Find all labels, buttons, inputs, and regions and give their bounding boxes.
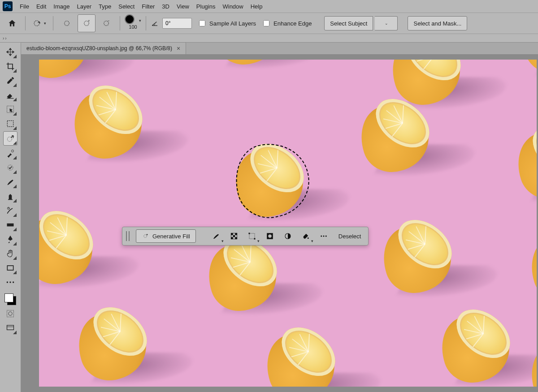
svg-point-17	[13, 281, 14, 283]
menu-3d[interactable]: 3D	[158, 1, 173, 12]
lemon-image	[375, 221, 463, 295]
tool-palette	[0, 43, 21, 392]
svg-point-16	[9, 281, 11, 283]
add-selection-mode[interactable]: +	[78, 14, 95, 32]
svg-text:+: +	[88, 19, 90, 23]
clone-stamp-tool[interactable]	[4, 190, 17, 203]
quick-mask-icon[interactable]	[4, 307, 17, 320]
brush-angle-control[interactable]	[151, 18, 192, 29]
svg-point-15	[7, 281, 8, 283]
svg-point-34	[308, 237, 309, 239]
new-selection-mode[interactable]	[58, 14, 76, 32]
contextual-task-bar[interactable]: Generative Fill ▾ ▾ ▾ Deselect	[122, 227, 369, 246]
home-icon	[8, 19, 17, 28]
select-and-mask-button[interactable]: Select and Mask...	[408, 16, 467, 30]
quick-selection-tool[interactable]	[3, 131, 17, 146]
lemon-image	[434, 310, 521, 384]
menu-file[interactable]: File	[16, 1, 33, 12]
svg-point-36	[323, 236, 324, 237]
canvas[interactable]	[39, 60, 537, 387]
lemon-image	[200, 239, 288, 313]
document-tab[interactable]: estudio-bloom-ezqnxsqUZ80-unsplash.jpg @…	[21, 42, 186, 54]
foreground-color[interactable]	[4, 293, 13, 302]
svg-point-19	[9, 312, 12, 315]
expand-handle-icon[interactable]: ››	[3, 36, 8, 41]
deselect-button[interactable]: Deselect	[335, 233, 365, 240]
enhance-edge-checkbox[interactable]: Enhance Edge	[261, 19, 312, 28]
paint-bucket-icon[interactable]: ▾	[299, 230, 312, 242]
crop-tool[interactable]	[4, 60, 17, 73]
gradient-tool[interactable]	[4, 218, 17, 232]
eraser-tool[interactable]	[4, 88, 17, 102]
drag-handle-icon[interactable]	[126, 231, 130, 241]
svg-rect-29	[248, 233, 250, 234]
lemon-image	[70, 308, 158, 382]
svg-rect-27	[235, 237, 237, 239]
svg-rect-28	[249, 233, 255, 239]
lemon-image	[205, 60, 292, 66]
close-tab-icon[interactable]: ×	[177, 45, 180, 52]
svg-text:−: −	[108, 19, 110, 23]
brush-size-picker[interactable]: ▾ 100	[125, 17, 141, 30]
marquee-tool[interactable]	[4, 117, 17, 130]
menu-plugins[interactable]: Plugins	[193, 1, 219, 12]
quick-select-tool-indicator[interactable]: ▾	[30, 17, 48, 30]
hand-tool[interactable]	[4, 247, 17, 260]
pen-tool[interactable]	[4, 233, 17, 246]
lemon-image	[39, 60, 100, 80]
mask-icon[interactable]	[263, 230, 277, 242]
brush-healing-tool[interactable]	[4, 146, 17, 160]
svg-rect-26	[231, 237, 233, 239]
angle-input[interactable]	[162, 18, 192, 29]
lemon-image	[510, 127, 537, 201]
svg-point-9	[12, 150, 14, 152]
canvas-viewport[interactable]: Generative Fill ▾ ▾ ▾ Deselect	[21, 54, 538, 392]
history-brush-tool[interactable]	[4, 204, 17, 217]
separator	[146, 16, 146, 30]
fill-pattern-icon[interactable]	[227, 230, 241, 242]
svg-rect-7	[7, 121, 13, 126]
invert-icon[interactable]	[281, 230, 295, 242]
menu-select[interactable]: Select	[115, 1, 138, 12]
separator	[53, 16, 53, 30]
brush-edit-icon[interactable]: ▾	[209, 230, 223, 242]
select-subject-dropdown[interactable]: ⌄	[375, 16, 398, 30]
menu-type[interactable]: Type	[95, 1, 115, 12]
app-logo: Ps	[3, 1, 13, 11]
select-subject-button[interactable]: Select Subject	[324, 16, 373, 30]
rectangle-tool[interactable]	[4, 261, 17, 275]
menu-bar: Ps FileEditImageLayerTypeSelectFilter3DV…	[0, 0, 538, 13]
document-tab-title: estudio-bloom-ezqnxsqUZ80-unsplash.jpg @…	[26, 45, 172, 52]
menu-edit[interactable]: Edit	[33, 1, 50, 12]
eyedropper-tool[interactable]	[4, 74, 17, 87]
menu-filter[interactable]: Filter	[138, 1, 158, 12]
move-tool[interactable]	[4, 45, 17, 59]
more-options-icon[interactable]	[317, 230, 330, 242]
menu-help[interactable]: Help	[247, 1, 266, 12]
generative-fill-button[interactable]: Generative Fill	[136, 229, 196, 243]
svg-rect-23	[231, 233, 233, 235]
separator	[120, 16, 120, 30]
menu-view[interactable]: View	[173, 1, 193, 12]
svg-point-37	[325, 236, 327, 237]
sample-all-layers-checkbox[interactable]: Sample All Layers	[197, 19, 256, 28]
svg-rect-24	[235, 233, 237, 235]
color-swatches[interactable]	[4, 293, 17, 306]
object-selection-tool[interactable]	[4, 103, 17, 116]
screen-mode-icon[interactable]	[4, 321, 17, 335]
svg-rect-25	[233, 235, 235, 237]
home-button[interactable]	[4, 16, 21, 31]
brush-tool[interactable]	[4, 175, 17, 189]
menu-image[interactable]: Image	[50, 1, 73, 12]
lemon-image	[66, 86, 153, 160]
menu-layer[interactable]: Layer	[74, 1, 95, 12]
more-tools-icon[interactable]	[4, 276, 17, 289]
menu-window[interactable]: Window	[219, 1, 247, 12]
transform-selection-icon[interactable]: ▾	[245, 230, 259, 242]
svg-rect-14	[7, 266, 13, 270]
lemon-image	[227, 145, 315, 219]
document-tab-bar: estudio-bloom-ezqnxsqUZ80-unsplash.jpg @…	[21, 43, 538, 54]
lemon-image	[353, 100, 440, 174]
spot-healing-tool[interactable]	[4, 161, 17, 174]
subtract-selection-mode[interactable]: −	[97, 14, 115, 32]
